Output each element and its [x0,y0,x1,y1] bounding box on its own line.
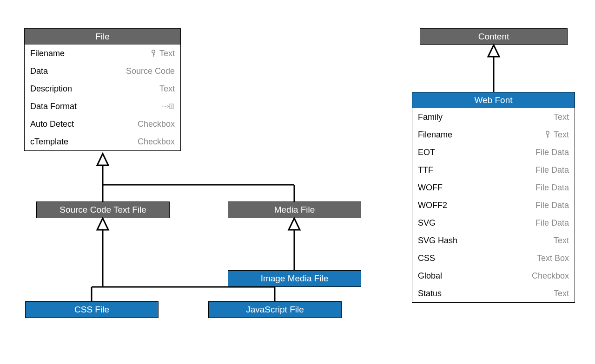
attr-row: CSSText Box [412,249,575,267]
attr-type [162,103,175,110]
attr-name: SVG Hash [418,235,457,246]
attr-type: Text [554,111,569,123]
attr-name: WOFF2 [418,200,447,211]
attr-type: File Data [536,182,569,193]
attr-name: Global [418,270,442,281]
attr-name: Status [418,288,442,299]
attr-type: Checkbox [532,270,569,281]
class-box-web-font: Web Font FamilyText Filename Text EOTFil… [412,92,575,303]
attr-row: WOFFFile Data [412,179,575,196]
svg-point-0 [152,50,155,53]
class-box-media-file: Media File [228,202,361,218]
class-box-image-media-file: Image Media File [228,270,361,287]
attr-row: GlobalCheckbox [412,267,575,285]
class-title: Content [420,29,567,45]
class-title-web-font: Web Font [412,92,575,108]
attr-type: File Data [536,217,569,228]
inheritance-arrowhead-icon [488,45,499,57]
class-box-javascript-file: JavaScript File [208,301,342,318]
attr-type: Text Box [537,253,569,264]
attr-name: CSS [418,253,435,264]
attr-row: Filename Text [412,126,575,143]
attr-row: EOTFile Data [412,143,575,161]
inheritance-arrowhead-icon [97,154,108,165]
inheritance-arrowhead-icon [289,218,300,230]
class-box-file: File Filename Text Data Source Code Desc… [24,28,181,151]
attr-name: Filename [418,129,452,140]
class-title: CSS File [26,302,158,318]
key-icon [150,50,157,57]
attr-row: Description Text [25,80,180,98]
class-box-css-file: CSS File [25,301,159,318]
link-ref-icon [162,103,175,110]
svg-point-8 [546,131,549,134]
attr-type: Text [159,83,175,94]
attr-row: TTFFile Data [412,161,575,179]
attr-row: cTemplate Checkbox [25,133,180,150]
attr-row: WOFF2File Data [412,196,575,214]
class-title: JavaScript File [209,302,341,318]
attr-list-web-font: FamilyText Filename Text EOTFile Data TT… [412,108,575,302]
class-box-source-code-text-file: Source Code Text File [36,202,170,218]
attr-name: cTemplate [30,136,68,147]
attr-row: Auto Detect Checkbox [25,115,180,133]
attr-type: File Data [536,200,569,211]
attr-type: Text [544,129,569,140]
attr-type: File Data [536,164,569,176]
attr-name: Data Format [30,101,77,112]
attr-row: Filename Text [25,45,180,62]
attr-name: TTF [418,164,433,176]
attr-row: Data Format [25,98,180,115]
inheritance-arrowhead-icon [97,218,108,230]
attr-type: File Data [536,147,569,158]
attr-name: Filename [30,48,65,59]
attr-type: Source Code [126,65,175,77]
attr-list-file: Filename Text Data Source Code Descripti… [25,45,180,150]
attr-name: Auto Detect [30,118,74,130]
attr-type: Checkbox [138,118,175,130]
attr-type: Text [554,288,569,299]
class-box-content: Content [420,28,568,45]
attr-name: Data [30,65,48,77]
attr-row: SVGFile Data [412,214,575,232]
attr-name: SVG [418,217,436,228]
class-title: Media File [228,202,361,218]
attr-type: Checkbox [138,136,175,147]
attr-name: Description [30,83,72,94]
attr-type: Text [554,235,569,246]
attr-type: Text [150,48,175,59]
attr-row: FamilyText [412,108,575,126]
attr-name: Family [418,111,443,123]
class-title-file: File [25,29,180,45]
attr-name: WOFF [418,182,443,193]
attr-row: StatusText [412,285,575,302]
attr-row: SVG HashText [412,232,575,249]
class-title: Source Code Text File [37,202,169,218]
attr-name: EOT [418,147,435,158]
class-title: Image Media File [228,271,361,286]
key-icon [544,131,551,138]
attr-row: Data Source Code [25,62,180,80]
